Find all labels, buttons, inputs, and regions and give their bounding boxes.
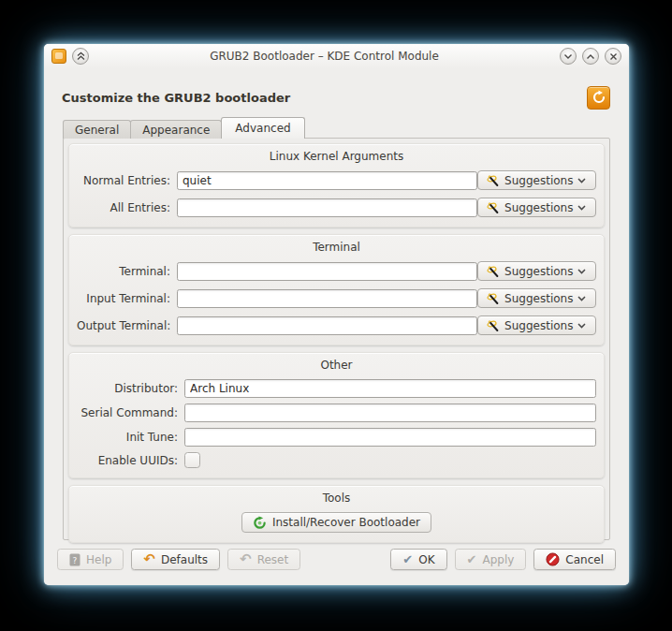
minimize-button[interactable] (560, 48, 577, 65)
suggestions-label: Suggestions (504, 174, 573, 187)
check-icon: ✔ (402, 553, 413, 565)
help-button[interactable]: ? Help (57, 549, 124, 570)
terminal-label: Terminal: (77, 265, 170, 278)
tab-appearance[interactable]: Appearance (130, 120, 222, 139)
chevron-down-icon (577, 205, 586, 211)
enable-uuids-label: Enable UUIDs: (77, 454, 178, 467)
app-icon (51, 49, 66, 64)
group-other: Other Distributor: Serial Command: Init … (68, 352, 605, 478)
check-icon: ✔ (467, 553, 477, 565)
chevron-down-icon (563, 53, 573, 60)
all-entries-label: All Entries: (77, 201, 170, 214)
init-tune-label: Init Tune: (77, 431, 178, 444)
group-terminal: Terminal Terminal: Suggestions (68, 234, 605, 345)
output-terminal-label: Output Terminal: (77, 319, 170, 332)
undo-icon: ↶ (240, 552, 252, 566)
cancel-label: Cancel (565, 553, 604, 566)
install-bootloader-icon (253, 516, 267, 530)
input-terminal-input[interactable] (177, 289, 477, 308)
close-button[interactable] (605, 48, 621, 65)
dialog-button-box: ? Help ↶ Defaults ↶ Reset ✔ OK ✔ Apply C… (57, 549, 616, 570)
titlebar[interactable]: GRUB2 Bootloader – KDE Control Module (44, 44, 629, 68)
distributor-input[interactable] (184, 379, 596, 398)
all-entries-suggestions-button[interactable]: Suggestions (477, 198, 596, 217)
apply-label: Apply (482, 553, 514, 566)
double-chevron-up-icon (76, 51, 86, 61)
reset-button[interactable]: ↶ Reset (227, 549, 300, 570)
cancel-button[interactable]: Cancel (533, 549, 616, 570)
suggestions-label: Suggestions (504, 265, 573, 278)
magic-wand-icon (487, 174, 500, 187)
init-tune-input[interactable] (184, 428, 596, 447)
suggestions-label: Suggestions (504, 292, 573, 305)
page-title: Customize the GRUB2 bootloader (62, 91, 290, 105)
defaults-button[interactable]: ↶ Defaults (131, 549, 220, 570)
suggestions-label: Suggestions (504, 319, 573, 332)
magic-wand-icon (487, 319, 500, 332)
install-recover-bootloader-button[interactable]: Install/Recover Bootloader (241, 512, 431, 533)
maximize-button[interactable] (582, 48, 599, 65)
ok-button[interactable]: ✔ OK (390, 549, 446, 570)
kcm-window: GRUB2 Bootloader – KDE Control Module Cu… (44, 44, 629, 585)
magic-wand-icon (487, 201, 500, 214)
defaults-label: Defaults (161, 553, 208, 566)
chevron-down-icon (577, 296, 586, 301)
terminal-input[interactable] (177, 262, 477, 281)
window-title: GRUB2 Bootloader – KDE Control Module (89, 50, 560, 63)
normal-entries-suggestions-button[interactable]: Suggestions (477, 170, 596, 190)
group-tools: Tools Install/Recover Bootloader (68, 485, 605, 543)
undo-icon: ↶ (143, 552, 155, 566)
svg-text:?: ? (73, 555, 78, 565)
tab-bar: General Appearance Advanced (63, 117, 629, 139)
magic-wand-icon (487, 292, 500, 305)
distributor-label: Distributor: (77, 382, 178, 395)
normal-entries-input[interactable] (177, 171, 477, 190)
group-title: Tools (77, 489, 596, 512)
serial-command-input[interactable] (184, 404, 596, 422)
chevron-down-icon (577, 269, 586, 274)
input-terminal-suggestions-button[interactable]: Suggestions (477, 288, 596, 308)
apply-button[interactable]: ✔ Apply (455, 549, 527, 570)
magic-wand-icon (487, 265, 500, 278)
terminal-suggestions-button[interactable]: Suggestions (477, 261, 596, 281)
chevron-down-icon (577, 323, 586, 329)
chevron-up-icon (586, 53, 595, 60)
reload-button[interactable] (587, 86, 610, 110)
install-button-label: Install/Recover Bootloader (272, 516, 420, 529)
group-title: Terminal (77, 238, 596, 261)
normal-entries-label: Normal Entries: (77, 174, 170, 187)
shade-button[interactable] (72, 48, 89, 65)
all-entries-input[interactable] (177, 198, 477, 217)
output-terminal-suggestions-button[interactable]: Suggestions (477, 316, 596, 335)
output-terminal-input[interactable] (177, 316, 477, 335)
advanced-tab-pane: Linux Kernel Arguments Normal Entries: S… (63, 138, 610, 540)
ok-label: OK (418, 553, 434, 566)
chevron-down-icon (577, 178, 586, 183)
suggestions-label: Suggestions (504, 201, 573, 214)
cancel-icon (546, 552, 560, 566)
help-icon: ? (69, 553, 80, 566)
serial-command-label: Serial Command: (77, 406, 178, 419)
close-icon (609, 52, 618, 61)
help-label: Help (86, 553, 111, 566)
group-title: Other (77, 356, 596, 379)
group-kernel-arguments: Linux Kernel Arguments Normal Entries: S… (68, 143, 605, 227)
group-title: Linux Kernel Arguments (77, 147, 596, 170)
tab-advanced[interactable]: Advanced (221, 117, 304, 139)
refresh-icon (592, 90, 606, 105)
enable-uuids-checkbox[interactable] (184, 452, 200, 468)
reset-label: Reset (257, 553, 289, 566)
input-terminal-label: Input Terminal: (77, 292, 170, 305)
tab-general[interactable]: General (63, 120, 131, 139)
